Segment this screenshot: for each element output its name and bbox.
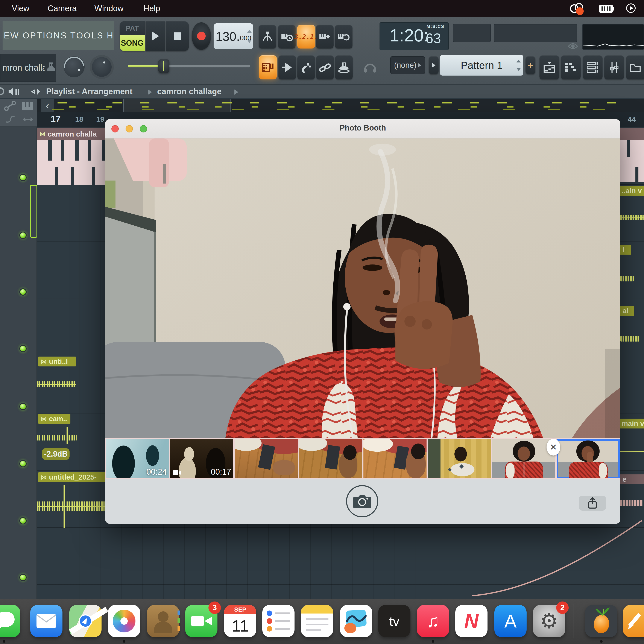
clip-right-e-waveform[interactable] bbox=[620, 500, 643, 506]
clip-right-l-waveform[interactable] bbox=[620, 276, 634, 281]
freeform-icon[interactable] bbox=[340, 605, 372, 637]
loop-record-button[interactable] bbox=[335, 25, 352, 49]
track-mute-led[interactable] bbox=[19, 574, 27, 581]
clip-camron-body-right[interactable] bbox=[620, 140, 644, 182]
follow-playback-button[interactable] bbox=[278, 55, 296, 79]
clip-camron-header[interactable]: ⋈ camron challa bbox=[37, 128, 105, 140]
bpm-down-icon[interactable] bbox=[247, 40, 252, 43]
thumbnail-video-1[interactable]: 00:24 bbox=[106, 439, 169, 478]
gain-badge[interactable]: -2.9dB bbox=[42, 448, 70, 460]
screen-recording-icon[interactable] bbox=[570, 3, 585, 14]
typing-keyboard-button[interactable] bbox=[316, 25, 334, 49]
delete-photo-button[interactable]: ✕ bbox=[547, 439, 560, 456]
battery-icon[interactable] bbox=[599, 5, 613, 13]
clip-right-top[interactable]: ..ain v bbox=[620, 186, 644, 196]
channel-rack-view-button[interactable] bbox=[583, 55, 603, 79]
pages-icon[interactable] bbox=[623, 605, 644, 637]
photos-icon[interactable] bbox=[108, 605, 140, 637]
menu-help[interactable]: Help bbox=[143, 4, 160, 13]
clip-right-top-waveform[interactable] bbox=[620, 215, 644, 220]
messages-icon[interactable] bbox=[0, 605, 20, 637]
node-tool-icon[interactable] bbox=[4, 101, 16, 111]
notes-icon[interactable] bbox=[301, 605, 333, 637]
playlist-breadcrumb-project[interactable]: camron challage bbox=[157, 87, 222, 96]
track-mute-led[interactable] bbox=[19, 403, 27, 410]
song-label[interactable]: SONG bbox=[120, 35, 145, 51]
thumbnail-photo-4[interactable] bbox=[299, 439, 362, 478]
thumbnail-photo-6[interactable] bbox=[428, 439, 491, 478]
clip-untitled2025-waveform[interactable] bbox=[37, 501, 105, 511]
maps-icon[interactable] bbox=[69, 605, 102, 637]
play-button[interactable] bbox=[146, 21, 165, 51]
thumbnail-photo-3[interactable] bbox=[235, 439, 298, 478]
wait-for-input-button[interactable] bbox=[278, 25, 296, 49]
playlist-view-button[interactable] bbox=[539, 55, 559, 79]
reminders-icon[interactable] bbox=[262, 605, 295, 637]
track-selection-marker[interactable] bbox=[30, 185, 37, 238]
mixer-view-button[interactable] bbox=[604, 55, 624, 79]
track-mute-led[interactable] bbox=[19, 517, 27, 524]
share-button[interactable] bbox=[579, 496, 606, 511]
link-button[interactable] bbox=[316, 55, 334, 79]
track-mute-led[interactable] bbox=[19, 232, 27, 239]
fl-menu-strip[interactable]: S VIEW OPTIONS TOOLS HELP bbox=[3, 21, 114, 50]
clip-right-e[interactable]: e bbox=[620, 474, 644, 484]
step-edit-button[interactable] bbox=[259, 55, 277, 79]
piano-keys-icon[interactable] bbox=[22, 101, 33, 110]
menu-camera[interactable]: Camera bbox=[48, 4, 77, 13]
piano-roll-view-button[interactable] bbox=[561, 55, 581, 79]
clip-camron-header-right[interactable] bbox=[620, 128, 644, 140]
bpm-up-icon[interactable] bbox=[247, 30, 252, 33]
shuttle-slider[interactable] bbox=[128, 65, 250, 67]
thumbnail-photo-8-selected[interactable] bbox=[557, 439, 620, 478]
now-playing-icon[interactable] bbox=[626, 3, 636, 13]
calendar-icon[interactable]: SEP 11 bbox=[224, 605, 256, 637]
speaker-pause-icon[interactable] bbox=[8, 87, 19, 96]
audio-toggle-icon[interactable] bbox=[30, 87, 41, 96]
magnifier-icon[interactable] bbox=[0, 87, 4, 95]
clip-untitled2025-header[interactable]: ⋈untitled_2025- bbox=[38, 472, 105, 482]
pat-label[interactable]: PAT bbox=[120, 21, 145, 35]
track-mute-led[interactable] bbox=[19, 288, 27, 296]
project-title-field[interactable]: mron challage bbox=[0, 54, 56, 82]
record-button[interactable] bbox=[192, 22, 211, 50]
shuttle-slider-handle[interactable] bbox=[158, 59, 169, 73]
clip-cam-header[interactable]: ⋈cam.. bbox=[38, 414, 70, 424]
clip-unti-header[interactable]: ⋈unti..l bbox=[38, 357, 76, 366]
playlist-breadcrumb-title[interactable]: Playlist - Arrangement bbox=[46, 87, 132, 96]
track-mute-led[interactable] bbox=[19, 460, 27, 467]
take-photo-button[interactable] bbox=[346, 485, 378, 517]
horizontal-zoom-icon[interactable] bbox=[23, 116, 33, 122]
eye-icon[interactable] bbox=[568, 43, 578, 50]
browser-view-button[interactable] bbox=[626, 55, 644, 79]
add-pattern-button[interactable]: + bbox=[526, 56, 535, 74]
pattern-picker-arrow-button[interactable] bbox=[429, 56, 439, 74]
appstore-icon[interactable]: A bbox=[494, 605, 527, 637]
facetime-icon[interactable]: 3 bbox=[185, 605, 217, 637]
multilink-controllers-button[interactable] bbox=[335, 55, 353, 79]
thumbnail-photo-7[interactable] bbox=[492, 439, 555, 478]
menu-view[interactable]: View bbox=[12, 4, 29, 13]
clip-right-main-waveform[interactable] bbox=[620, 451, 644, 452]
automation-curve[interactable] bbox=[468, 514, 644, 600]
contacts-icon[interactable] bbox=[147, 605, 179, 637]
countdown-button[interactable]: 3.2.1. bbox=[297, 25, 315, 49]
menu-window[interactable]: Window bbox=[94, 4, 123, 13]
thumbnail-photo-5[interactable] bbox=[363, 439, 427, 478]
settings-icon[interactable]: ⚙ 2 bbox=[533, 605, 565, 637]
pat-song-toggle[interactable]: PAT SONG bbox=[120, 21, 145, 51]
automation-curve-icon[interactable] bbox=[6, 115, 15, 123]
flstudio-icon[interactable] bbox=[585, 605, 617, 637]
slide-notes-button[interactable] bbox=[297, 55, 315, 79]
clip-right-al[interactable]: al bbox=[620, 306, 634, 316]
clip-cam-waveform[interactable] bbox=[37, 435, 77, 440]
pattern-down-icon[interactable] bbox=[516, 68, 521, 71]
appletv-icon[interactable]: tv bbox=[378, 605, 410, 637]
track-mute-led[interactable] bbox=[19, 174, 27, 181]
metronome-button[interactable] bbox=[259, 25, 276, 49]
thumbnail-video-2[interactable]: 00:17 bbox=[170, 439, 233, 478]
pattern-up-icon[interactable] bbox=[516, 60, 521, 62]
bpm-display[interactable]: 130. 000 bbox=[214, 23, 253, 49]
track-mute-led[interactable] bbox=[19, 345, 27, 352]
clip-right-l[interactable]: l bbox=[620, 245, 631, 255]
